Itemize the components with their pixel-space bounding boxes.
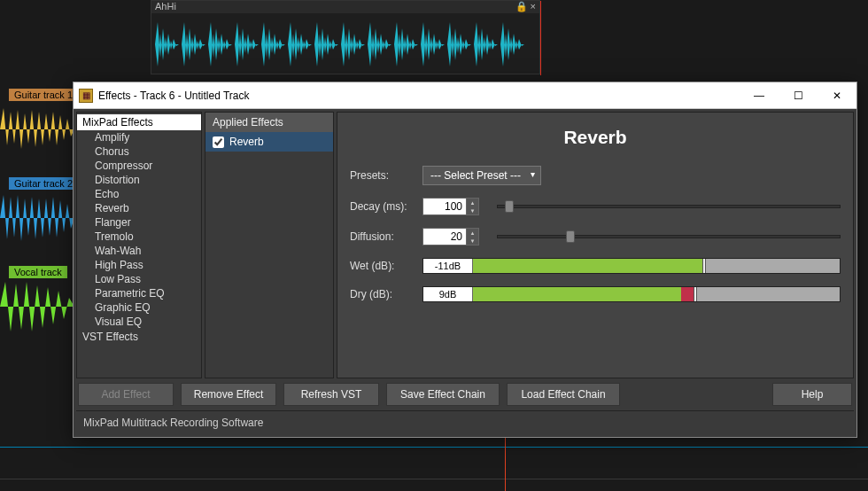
app-icon: ▦ (79, 89, 93, 103)
level-fill (473, 259, 702, 273)
applied-header: Applied Effects (205, 113, 333, 132)
diffusion-slider[interactable] (497, 235, 841, 238)
applied-label: Reverb (229, 136, 264, 148)
diffusion-label: Diffusion: (350, 230, 414, 243)
level-fill (473, 287, 681, 301)
tree-item-visual-eq[interactable]: Visual EQ (77, 315, 201, 329)
tree-item-graphic-eq[interactable]: Graphic EQ (77, 300, 201, 315)
timeline-rule (0, 447, 868, 448)
decay-spinner[interactable]: ▲▼ (422, 198, 479, 215)
effects-dialog: ▦ Effects - Track 6 - Untitled Track — ☐… (73, 82, 857, 438)
decay-label: Decay (ms): (350, 200, 414, 213)
tree-item-distortion[interactable]: Distortion (77, 173, 201, 187)
footer-text: MixPad Multitrack Recording Software (76, 410, 854, 434)
wet-level[interactable]: -11dB (422, 258, 841, 274)
button-bar: Add Effect Remove Effect Refresh VST Sav… (76, 381, 854, 408)
remove-effect-button[interactable]: Remove Effect (181, 383, 276, 406)
clip-waveform: // will insert bursts after data parse b… (151, 13, 539, 75)
minimize-button[interactable]: — (740, 82, 779, 108)
track-label-3[interactable]: Vocal track (9, 266, 67, 278)
tree-item-reverb[interactable]: Reverb (77, 201, 201, 215)
spin-up-icon[interactable]: ▲ (467, 199, 478, 207)
applied-effects-panel: Applied Effects Reverb (205, 112, 334, 378)
track-label-1[interactable]: Guitar track 1 (9, 89, 78, 101)
effect-title: Reverb (350, 127, 841, 148)
playhead[interactable] (505, 429, 506, 491)
presets-label: Presets: (350, 169, 414, 182)
audio-clip[interactable]: AhHi 🔒 × // will insert bursts after dat… (151, 0, 540, 74)
effects-tree[interactable]: MixPad Effects AmplifyChorusCompressorDi… (76, 112, 202, 378)
save-chain-button[interactable]: Save Effect Chain (386, 383, 500, 406)
tree-item-compressor[interactable]: Compressor (77, 159, 201, 173)
effect-panel: Reverb Presets: --- Select Preset --- De… (337, 112, 854, 378)
titlebar[interactable]: ▦ Effects - Track 6 - Untitled Track — ☐… (74, 82, 856, 109)
decay-slider[interactable] (497, 205, 841, 208)
help-button[interactable]: Help (772, 383, 852, 406)
maximize-button[interactable]: ☐ (779, 82, 818, 108)
spin-down-icon[interactable]: ▼ (467, 237, 478, 245)
tree-item-flanger[interactable]: Flanger (77, 215, 201, 230)
track-wave-1 (0, 101, 78, 161)
clip-end-marker (540, 1, 541, 75)
tree-item-chorus[interactable]: Chorus (77, 144, 201, 159)
add-effect-button[interactable]: Add Effect (78, 383, 174, 406)
slider-thumb[interactable] (505, 200, 514, 213)
diffusion-input[interactable] (423, 229, 466, 245)
level-handle[interactable] (694, 287, 697, 301)
slider-thumb[interactable] (566, 230, 575, 243)
diffusion-spinner[interactable]: ▲▼ (422, 228, 479, 246)
wet-label: Wet (dB): (350, 260, 414, 272)
spin-up-icon[interactable]: ▲ (467, 229, 478, 237)
tree-item-wah-wah[interactable]: Wah-Wah (77, 244, 201, 258)
level-red (681, 287, 694, 301)
window-title: Effects - Track 6 - Untitled Track (98, 90, 740, 102)
applied-checkbox[interactable] (213, 136, 224, 148)
tree-item-parametric-eq[interactable]: Parametric EQ (77, 286, 201, 300)
tree-category-vst[interactable]: VST Effects (77, 329, 201, 345)
dry-value: 9dB (423, 287, 473, 301)
tree-item-amplify[interactable]: Amplify (77, 130, 201, 144)
tree-item-high-pass[interactable]: High Pass (77, 258, 201, 272)
wet-value: -11dB (423, 259, 473, 273)
presets-dropdown[interactable]: --- Select Preset --- (422, 166, 541, 185)
tree-item-low-pass[interactable]: Low Pass (77, 272, 201, 286)
timeline-rule-2 (0, 479, 868, 479)
dry-label: Dry (dB): (350, 288, 414, 300)
refresh-vst-button[interactable]: Refresh VST (283, 383, 379, 406)
decay-input[interactable] (423, 199, 466, 214)
track-wave-2 (0, 190, 78, 250)
track-label-2[interactable]: Guitar track 2 (9, 177, 78, 190)
dry-level[interactable]: 9dB (422, 286, 841, 302)
close-button[interactable]: ✕ (818, 82, 856, 108)
tree-item-echo[interactable]: Echo (77, 187, 201, 201)
applied-item-reverb[interactable]: Reverb (205, 132, 333, 152)
load-chain-button[interactable]: Load Effect Chain (507, 383, 620, 406)
lock-icon: 🔒 × (515, 1, 536, 13)
track-wave-3 (0, 278, 78, 339)
level-handle[interactable] (702, 259, 706, 273)
clip-label: AhHi (155, 1, 176, 13)
tree-category-mixpad[interactable]: MixPad Effects (77, 114, 201, 130)
spin-down-icon[interactable]: ▼ (467, 207, 478, 214)
tree-item-tremolo[interactable]: Tremolo (77, 230, 201, 244)
